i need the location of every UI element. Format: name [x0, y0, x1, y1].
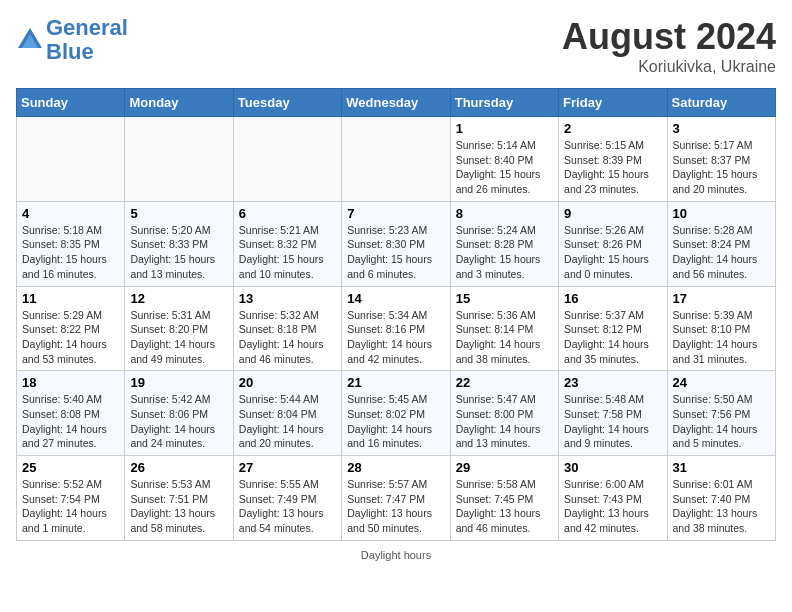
day-number: 18	[22, 375, 119, 390]
day-info: Sunrise: 5:17 AMSunset: 8:37 PMDaylight:…	[673, 138, 770, 197]
footer: Daylight hours	[16, 549, 776, 561]
calendar-cell: 4Sunrise: 5:18 AMSunset: 8:35 PMDaylight…	[17, 201, 125, 286]
week-row-4: 18Sunrise: 5:40 AMSunset: 8:08 PMDayligh…	[17, 371, 776, 456]
day-number: 26	[130, 460, 227, 475]
page-header: General Blue August 2024 Koriukivka, Ukr…	[16, 16, 776, 76]
calendar-cell: 2Sunrise: 5:15 AMSunset: 8:39 PMDaylight…	[559, 117, 667, 202]
day-number: 31	[673, 460, 770, 475]
weekday-header-sunday: Sunday	[17, 89, 125, 117]
day-number: 27	[239, 460, 336, 475]
day-info: Sunrise: 5:28 AMSunset: 8:24 PMDaylight:…	[673, 223, 770, 282]
calendar-cell: 31Sunrise: 6:01 AMSunset: 7:40 PMDayligh…	[667, 456, 775, 541]
week-row-2: 4Sunrise: 5:18 AMSunset: 8:35 PMDaylight…	[17, 201, 776, 286]
calendar-cell: 25Sunrise: 5:52 AMSunset: 7:54 PMDayligh…	[17, 456, 125, 541]
weekday-header-tuesday: Tuesday	[233, 89, 341, 117]
day-info: Sunrise: 5:45 AMSunset: 8:02 PMDaylight:…	[347, 392, 444, 451]
calendar-cell: 11Sunrise: 5:29 AMSunset: 8:22 PMDayligh…	[17, 286, 125, 371]
day-info: Sunrise: 5:50 AMSunset: 7:56 PMDaylight:…	[673, 392, 770, 451]
calendar-cell: 16Sunrise: 5:37 AMSunset: 8:12 PMDayligh…	[559, 286, 667, 371]
day-info: Sunrise: 5:55 AMSunset: 7:49 PMDaylight:…	[239, 477, 336, 536]
day-info: Sunrise: 5:31 AMSunset: 8:20 PMDaylight:…	[130, 308, 227, 367]
day-info: Sunrise: 5:36 AMSunset: 8:14 PMDaylight:…	[456, 308, 553, 367]
day-info: Sunrise: 6:00 AMSunset: 7:43 PMDaylight:…	[564, 477, 661, 536]
day-number: 9	[564, 206, 661, 221]
calendar-cell: 14Sunrise: 5:34 AMSunset: 8:16 PMDayligh…	[342, 286, 450, 371]
day-number: 22	[456, 375, 553, 390]
day-number: 28	[347, 460, 444, 475]
day-number: 17	[673, 291, 770, 306]
day-number: 11	[22, 291, 119, 306]
logo-icon	[16, 26, 44, 54]
day-info: Sunrise: 5:48 AMSunset: 7:58 PMDaylight:…	[564, 392, 661, 451]
calendar-cell: 24Sunrise: 5:50 AMSunset: 7:56 PMDayligh…	[667, 371, 775, 456]
calendar-cell	[17, 117, 125, 202]
day-number: 16	[564, 291, 661, 306]
weekday-header-thursday: Thursday	[450, 89, 558, 117]
day-info: Sunrise: 5:20 AMSunset: 8:33 PMDaylight:…	[130, 223, 227, 282]
calendar-cell: 5Sunrise: 5:20 AMSunset: 8:33 PMDaylight…	[125, 201, 233, 286]
day-info: Sunrise: 5:47 AMSunset: 8:00 PMDaylight:…	[456, 392, 553, 451]
calendar-cell: 30Sunrise: 6:00 AMSunset: 7:43 PMDayligh…	[559, 456, 667, 541]
day-info: Sunrise: 5:42 AMSunset: 8:06 PMDaylight:…	[130, 392, 227, 451]
logo-text: General Blue	[46, 16, 128, 64]
title-block: August 2024 Koriukivka, Ukraine	[562, 16, 776, 76]
day-number: 6	[239, 206, 336, 221]
calendar-cell: 26Sunrise: 5:53 AMSunset: 7:51 PMDayligh…	[125, 456, 233, 541]
calendar-cell: 18Sunrise: 5:40 AMSunset: 8:08 PMDayligh…	[17, 371, 125, 456]
calendar-cell: 8Sunrise: 5:24 AMSunset: 8:28 PMDaylight…	[450, 201, 558, 286]
calendar-cell: 27Sunrise: 5:55 AMSunset: 7:49 PMDayligh…	[233, 456, 341, 541]
calendar-cell: 12Sunrise: 5:31 AMSunset: 8:20 PMDayligh…	[125, 286, 233, 371]
calendar-cell: 28Sunrise: 5:57 AMSunset: 7:47 PMDayligh…	[342, 456, 450, 541]
day-info: Sunrise: 5:15 AMSunset: 8:39 PMDaylight:…	[564, 138, 661, 197]
weekday-header-monday: Monday	[125, 89, 233, 117]
weekday-header-wednesday: Wednesday	[342, 89, 450, 117]
calendar-cell: 19Sunrise: 5:42 AMSunset: 8:06 PMDayligh…	[125, 371, 233, 456]
calendar-cell	[125, 117, 233, 202]
day-number: 25	[22, 460, 119, 475]
month-year: August 2024	[562, 16, 776, 58]
day-info: Sunrise: 5:29 AMSunset: 8:22 PMDaylight:…	[22, 308, 119, 367]
calendar-cell: 17Sunrise: 5:39 AMSunset: 8:10 PMDayligh…	[667, 286, 775, 371]
day-info: Sunrise: 5:18 AMSunset: 8:35 PMDaylight:…	[22, 223, 119, 282]
calendar-cell: 13Sunrise: 5:32 AMSunset: 8:18 PMDayligh…	[233, 286, 341, 371]
day-info: Sunrise: 5:24 AMSunset: 8:28 PMDaylight:…	[456, 223, 553, 282]
calendar-cell	[233, 117, 341, 202]
calendar-cell: 21Sunrise: 5:45 AMSunset: 8:02 PMDayligh…	[342, 371, 450, 456]
day-number: 13	[239, 291, 336, 306]
calendar-table: SundayMondayTuesdayWednesdayThursdayFrid…	[16, 88, 776, 541]
day-info: Sunrise: 5:32 AMSunset: 8:18 PMDaylight:…	[239, 308, 336, 367]
day-info: Sunrise: 5:26 AMSunset: 8:26 PMDaylight:…	[564, 223, 661, 282]
day-info: Sunrise: 5:44 AMSunset: 8:04 PMDaylight:…	[239, 392, 336, 451]
week-row-5: 25Sunrise: 5:52 AMSunset: 7:54 PMDayligh…	[17, 456, 776, 541]
calendar-cell: 7Sunrise: 5:23 AMSunset: 8:30 PMDaylight…	[342, 201, 450, 286]
day-info: Sunrise: 5:53 AMSunset: 7:51 PMDaylight:…	[130, 477, 227, 536]
day-number: 19	[130, 375, 227, 390]
logo: General Blue	[16, 16, 128, 64]
day-info: Sunrise: 5:40 AMSunset: 8:08 PMDaylight:…	[22, 392, 119, 451]
day-number: 2	[564, 121, 661, 136]
day-number: 23	[564, 375, 661, 390]
calendar-cell: 10Sunrise: 5:28 AMSunset: 8:24 PMDayligh…	[667, 201, 775, 286]
day-number: 5	[130, 206, 227, 221]
day-number: 30	[564, 460, 661, 475]
calendar-cell: 6Sunrise: 5:21 AMSunset: 8:32 PMDaylight…	[233, 201, 341, 286]
day-info: Sunrise: 5:37 AMSunset: 8:12 PMDaylight:…	[564, 308, 661, 367]
weekday-header-row: SundayMondayTuesdayWednesdayThursdayFrid…	[17, 89, 776, 117]
day-info: Sunrise: 5:52 AMSunset: 7:54 PMDaylight:…	[22, 477, 119, 536]
day-info: Sunrise: 5:23 AMSunset: 8:30 PMDaylight:…	[347, 223, 444, 282]
week-row-1: 1Sunrise: 5:14 AMSunset: 8:40 PMDaylight…	[17, 117, 776, 202]
day-number: 4	[22, 206, 119, 221]
calendar-cell: 20Sunrise: 5:44 AMSunset: 8:04 PMDayligh…	[233, 371, 341, 456]
day-number: 7	[347, 206, 444, 221]
week-row-3: 11Sunrise: 5:29 AMSunset: 8:22 PMDayligh…	[17, 286, 776, 371]
day-info: Sunrise: 5:34 AMSunset: 8:16 PMDaylight:…	[347, 308, 444, 367]
calendar-cell	[342, 117, 450, 202]
day-number: 3	[673, 121, 770, 136]
day-number: 10	[673, 206, 770, 221]
day-info: Sunrise: 5:57 AMSunset: 7:47 PMDaylight:…	[347, 477, 444, 536]
day-number: 29	[456, 460, 553, 475]
calendar-cell: 1Sunrise: 5:14 AMSunset: 8:40 PMDaylight…	[450, 117, 558, 202]
day-info: Sunrise: 5:14 AMSunset: 8:40 PMDaylight:…	[456, 138, 553, 197]
day-number: 24	[673, 375, 770, 390]
weekday-header-friday: Friday	[559, 89, 667, 117]
